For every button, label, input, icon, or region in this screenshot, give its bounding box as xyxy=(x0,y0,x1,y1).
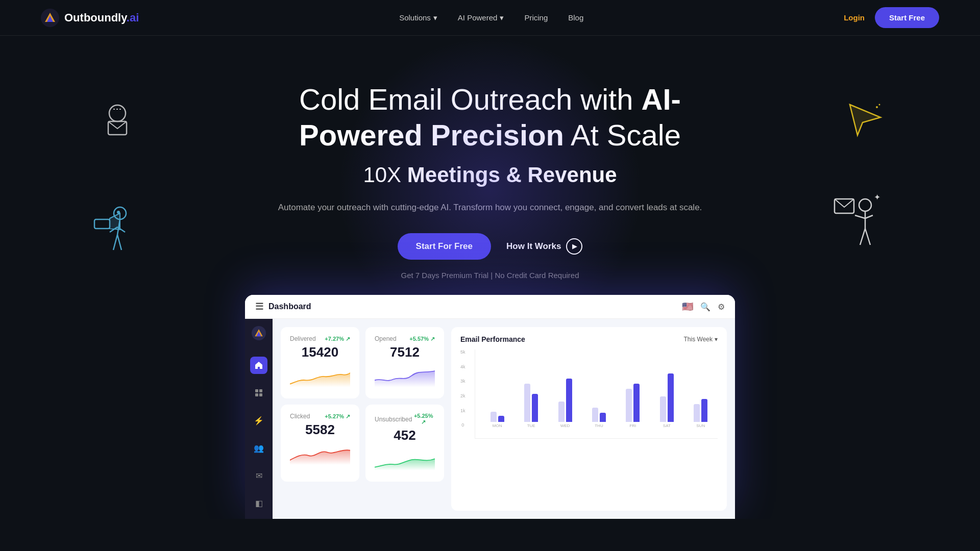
bar-chart-container: 5k 4k 3k 2k 1k 0 xyxy=(460,349,718,452)
svg-rect-13 xyxy=(94,219,110,229)
stat-card-opened: Opened +5.57% ↗ 7512 xyxy=(365,327,444,398)
bar-light xyxy=(524,384,530,422)
sidebar-item-users[interactable]: 👥 xyxy=(250,439,267,457)
bar-light xyxy=(592,408,598,422)
nav-item-pricing[interactable]: Pricing xyxy=(524,13,548,22)
stat-clicked-label: Clicked xyxy=(290,413,310,420)
dashboard-title-area: ☰ Dashboard xyxy=(255,301,311,312)
stats-column: Delivered +7.27% ↗ 15420 xyxy=(281,327,444,511)
stat-unsub-value: 452 xyxy=(375,428,435,443)
svg-point-3 xyxy=(109,105,126,121)
dashboard-header: ☰ Dashboard 🇺🇸 🔍 ⚙ xyxy=(245,295,735,319)
bar-dark xyxy=(701,399,707,422)
perf-title: Email Performance xyxy=(460,335,525,343)
hamburger-icon[interactable]: ☰ xyxy=(255,301,263,312)
logo-text: Outboundly.ai xyxy=(64,11,139,24)
bar-light xyxy=(626,389,632,422)
svg-rect-32 xyxy=(259,389,262,392)
logo[interactable]: Outboundly.ai xyxy=(41,9,139,27)
svg-line-19 xyxy=(117,235,121,250)
bar-dark xyxy=(532,394,538,422)
login-button[interactable]: Login xyxy=(844,13,865,22)
svg-line-23 xyxy=(855,215,865,218)
bar-group-sun: SUN xyxy=(694,399,707,428)
bar-dark xyxy=(668,373,674,422)
sidebar-item-layers[interactable]: ◧ xyxy=(250,494,267,512)
svg-point-21 xyxy=(859,199,871,211)
dashboard-title: Dashboard xyxy=(268,302,311,311)
svg-line-25 xyxy=(860,229,865,245)
stats-row-2: Clicked +5.27% ↗ 5582 xyxy=(281,405,444,482)
person-deco-right-icon: ✦ xyxy=(832,194,883,257)
start-free-button[interactable]: Start Free xyxy=(875,7,939,28)
stat-card-clicked: Clicked +5.27% ↗ 5582 xyxy=(281,405,359,482)
nav-right: Login Start Free xyxy=(844,7,939,28)
nav-item-ai-powered[interactable]: AI Powered ▾ xyxy=(458,13,504,22)
stat-delivered-label: Delivered xyxy=(290,335,316,342)
stat-opened-change: +5.57% ↗ xyxy=(409,336,435,342)
hero-title: Cold Email Outreach with AI-Powered Prec… xyxy=(260,82,720,153)
bar-chart-bars: MON TUE xyxy=(475,349,718,439)
bar-group-tue: TUE xyxy=(524,384,538,428)
sidebar-logo xyxy=(252,326,266,342)
paper-plane-deco-icon xyxy=(847,102,883,144)
y-axis: 5k 4k 3k 2k 1k 0 xyxy=(460,349,465,439)
bar-dark xyxy=(498,416,504,422)
svg-line-24 xyxy=(865,215,873,218)
svg-marker-6 xyxy=(850,105,880,135)
delivered-sparkline xyxy=(290,365,350,388)
bar-group-mon: MON xyxy=(491,412,504,428)
navbar: Outboundly.ai Solutions ▾ AI Powered ▾ P… xyxy=(0,0,980,36)
bar-dark xyxy=(633,384,640,422)
stat-delivered-change: +7.27% ↗ xyxy=(325,336,350,342)
nav-item-solutions[interactable]: Solutions ▾ xyxy=(399,13,437,22)
bar-dark xyxy=(566,379,572,422)
stat-clicked-change: +5.27% ↗ xyxy=(325,413,350,420)
trial-text: Get 7 Days Premium Trial | No Credit Car… xyxy=(10,271,970,280)
svg-rect-34 xyxy=(259,393,262,396)
sidebar-item-mail[interactable]: ✉ xyxy=(250,467,267,484)
settings-icon[interactable]: ⚙ xyxy=(718,302,725,312)
stat-unsub-label: Unsubscribed xyxy=(375,416,412,423)
stat-opened-value: 7512 xyxy=(375,344,435,360)
opened-sparkline xyxy=(375,365,435,388)
bar-group-fri: FRI xyxy=(626,384,640,428)
hero-subtitle: 10X Meetings & Revenue xyxy=(10,163,970,187)
stat-card-unsubscribed: Unsubscribed +5.25% ↗ 452 xyxy=(365,405,444,482)
hero-buttons: Start For Free How It Works ▶ xyxy=(10,233,970,260)
bar-group-sat: SAT xyxy=(660,373,674,428)
stat-delivered-value: 15420 xyxy=(290,344,350,360)
dashboard-sidebar: ⚡ 👥 ✉ ◧ xyxy=(245,319,273,519)
hero-section: ✦ Cold Email Outreach with AI-Powered Pr… xyxy=(0,36,980,519)
svg-text:✦: ✦ xyxy=(874,194,880,202)
chevron-icon: ▾ xyxy=(500,13,504,22)
sidebar-item-grid[interactable] xyxy=(250,384,267,402)
bar-light xyxy=(558,402,565,422)
email-performance-card: Email Performance This Week ▾ 5k 4k 3k 2… xyxy=(451,327,727,511)
this-week-button[interactable]: This Week ▾ xyxy=(684,336,718,343)
bar-group-thu: THU xyxy=(592,408,606,428)
stat-opened-label: Opened xyxy=(375,335,397,342)
bar-dark xyxy=(600,413,606,422)
search-icon[interactable]: 🔍 xyxy=(700,302,710,312)
play-icon: ▶ xyxy=(566,238,582,255)
email-deco-left-icon xyxy=(102,102,138,144)
nav-item-blog[interactable]: Blog xyxy=(568,13,583,22)
bar-group-wed: WED xyxy=(558,379,572,428)
how-it-works-button[interactable]: How It Works ▶ xyxy=(506,238,582,255)
dashboard-main: Delivered +7.27% ↗ 15420 xyxy=(273,319,735,519)
svg-point-10 xyxy=(879,104,880,106)
unsub-sparkline xyxy=(375,448,435,471)
dashboard-header-right: 🇺🇸 🔍 ⚙ xyxy=(682,301,725,312)
stats-row-1: Delivered +7.27% ↗ 15420 xyxy=(281,327,444,398)
start-for-free-button[interactable]: Start For Free xyxy=(398,233,491,260)
stat-clicked-value: 5582 xyxy=(290,422,350,438)
flag-icon: 🇺🇸 xyxy=(682,301,693,312)
dashboard-preview: ☰ Dashboard 🇺🇸 🔍 ⚙ xyxy=(245,295,735,519)
sidebar-item-lightning[interactable]: ⚡ xyxy=(250,412,267,429)
bar-light xyxy=(491,412,497,422)
chevron-icon: ▾ xyxy=(433,13,437,22)
svg-rect-31 xyxy=(255,389,258,392)
sidebar-item-home[interactable] xyxy=(250,357,267,374)
stat-unsub-change: +5.25% ↗ xyxy=(412,413,435,425)
